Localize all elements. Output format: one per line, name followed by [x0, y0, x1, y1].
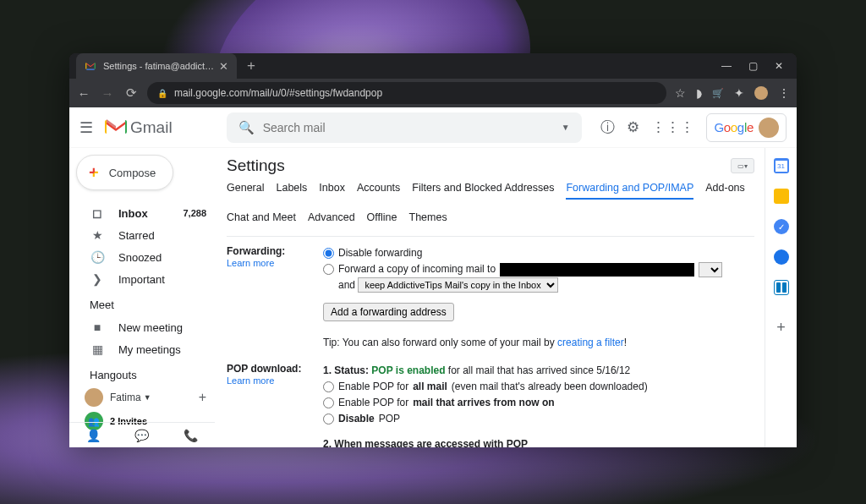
add-forwarding-address-button[interactable]: Add a forwarding address: [323, 303, 454, 321]
tab-general[interactable]: General: [227, 182, 264, 200]
footer-phone-icon[interactable]: 📞: [167, 429, 215, 442]
get-addons-icon[interactable]: +: [776, 319, 786, 337]
chevron-down-icon: ▼: [144, 393, 151, 402]
nav-new-meeting[interactable]: ■New meeting: [76, 316, 215, 338]
bookmark-icon[interactable]: ☆: [675, 86, 686, 100]
inbox-icon: ◻: [90, 206, 105, 220]
forwarding-section: Forwarding: Learn more Disable forwardin…: [227, 245, 754, 351]
extensions-puzzle-icon[interactable]: ✦: [734, 86, 744, 100]
calendar-addon-icon[interactable]: [774, 158, 789, 173]
pop-learn-more[interactable]: Learn more: [227, 375, 274, 386]
tab-title: Settings - fatima@addictivetips.c: [103, 61, 214, 71]
pop-q2: 2. When messages are accessed with POP: [323, 438, 528, 448]
calendar-icon: ▦: [90, 342, 105, 356]
hangouts-username: Fatima: [110, 392, 141, 403]
pop-label: POP download:: [227, 363, 301, 375]
chrome-menu-icon[interactable]: ⋮: [778, 86, 790, 100]
tab-addons[interactable]: Add-ons: [705, 182, 745, 200]
search-options-icon[interactable]: ▼: [562, 123, 570, 132]
tab-forwarding[interactable]: Forwarding and POP/IMAP: [566, 182, 693, 200]
compose-label: Compose: [109, 167, 156, 179]
contacts-addon-icon[interactable]: [774, 249, 789, 265]
sidebar: + Compose ◻Inbox7,288 ★Starred 🕒Snoozed …: [69, 148, 215, 447]
create-filter-link[interactable]: creating a filter: [557, 337, 624, 348]
tab-offline[interactable]: Offline: [367, 211, 397, 227]
back-button[interactable]: ←: [76, 86, 91, 101]
side-panel: +: [765, 148, 797, 447]
forwarding-address-select[interactable]: [699, 262, 722, 277]
nav-starred[interactable]: ★Starred: [76, 224, 215, 246]
tab-close-icon[interactable]: ✕: [219, 60, 228, 73]
nav-my-meetings[interactable]: ▦My meetings: [76, 338, 215, 360]
titlebar: Settings - fatima@addictivetips.c ✕ + — …: [69, 53, 797, 79]
tab-themes[interactable]: Themes: [409, 211, 447, 227]
minimize-button[interactable]: —: [721, 60, 732, 72]
forward-button[interactable]: →: [100, 86, 115, 101]
hangouts-add-icon[interactable]: +: [199, 390, 206, 405]
maximize-button[interactable]: ▢: [748, 60, 758, 72]
gmail-logo[interactable]: Gmail: [105, 118, 173, 137]
support-icon[interactable]: ⓘ: [600, 118, 615, 137]
reload-button[interactable]: ⟳: [123, 85, 139, 101]
toolbar-icons: ☆ ◗ 🛒 ✦ ⋮: [675, 86, 790, 100]
compose-plus-icon: +: [89, 164, 99, 181]
main-menu-icon[interactable]: ☰: [79, 118, 93, 137]
extension-icon-2[interactable]: 🛒: [712, 88, 724, 99]
trello-addon-icon[interactable]: [774, 280, 789, 295]
hangouts-user-row[interactable]: Fatima ▼ +: [76, 386, 215, 408]
footer-contacts-icon[interactable]: 👤: [69, 429, 118, 442]
url-text: mail.google.com/mail/u/0/#settings/fwdan…: [174, 87, 382, 99]
gmail-favicon: [85, 60, 96, 72]
google-wordmark: Google: [714, 120, 754, 134]
search-bar[interactable]: 🔍 ▼: [227, 112, 582, 143]
tab-inbox[interactable]: Inbox: [319, 182, 345, 200]
close-button[interactable]: ✕: [775, 60, 783, 72]
gmail-header: ☰ Gmail 🔍 ▼ ⓘ ⚙ ⋮⋮⋮: [69, 107, 797, 148]
settings-title: Settings: [227, 156, 285, 175]
url-field[interactable]: 🔒 mail.google.com/mail/u/0/#settings/fwd…: [147, 82, 666, 104]
opt-pop-disable[interactable]: Disable POP: [323, 411, 754, 427]
hangouts-avatar: [85, 388, 103, 407]
search-input[interactable]: [263, 121, 562, 134]
forwarding-address-redacted: [500, 263, 694, 277]
google-account-chip[interactable]: Google: [706, 113, 787, 142]
browser-tab[interactable]: Settings - fatima@addictivetips.c ✕: [76, 53, 237, 79]
clock-icon: 🕒: [90, 250, 105, 264]
nav-snoozed[interactable]: 🕒Snoozed: [76, 246, 215, 268]
opt-pop-all[interactable]: Enable POP for all mail (even mail that'…: [323, 379, 754, 395]
gmail-brand-text: Gmail: [130, 118, 173, 137]
tab-accounts[interactable]: Accounts: [357, 182, 400, 200]
tab-filters[interactable]: Filters and Blocked Addresses: [412, 182, 554, 200]
new-tab-button[interactable]: +: [247, 58, 255, 74]
tab-labels[interactable]: Labels: [276, 182, 307, 200]
tasks-addon-icon[interactable]: [774, 219, 789, 234]
opt-pop-now[interactable]: Enable POP for mail that arrives from no…: [323, 395, 754, 411]
profile-avatar-toolbar[interactable]: [754, 86, 768, 100]
lock-icon: 🔒: [157, 89, 167, 98]
hangouts-header: Hangouts: [76, 360, 215, 386]
nav-important[interactable]: ❯Important: [76, 268, 215, 290]
apps-grid-icon[interactable]: ⋮⋮⋮: [651, 118, 694, 136]
window-controls: — ▢ ✕: [721, 60, 797, 72]
settings-main: Settings ▭▾ General Labels Inbox Account…: [215, 148, 765, 447]
compose-button[interactable]: + Compose: [76, 155, 173, 190]
keep-addon-icon[interactable]: [774, 189, 789, 204]
settings-gear-icon[interactable]: ⚙: [627, 118, 639, 136]
extension-icon-1[interactable]: ◗: [696, 86, 702, 100]
input-tool-selector[interactable]: ▭▾: [731, 158, 754, 173]
gmail-page: ☰ Gmail 🔍 ▼ ⓘ ⚙ ⋮⋮⋮: [69, 107, 797, 447]
tab-advanced[interactable]: Advanced: [308, 211, 355, 227]
search-icon: 🔍: [238, 120, 255, 135]
forwarding-keep-select[interactable]: keep AddictiveTips Mail's copy in the In…: [358, 277, 558, 293]
pop-status: POP is enabled: [371, 364, 445, 376]
opt-enable-forwarding[interactable]: Forward a copy of incoming mail to: [323, 261, 754, 277]
pop-section: POP download: Learn more 1. Status: POP …: [227, 363, 754, 447]
star-icon: ★: [90, 228, 105, 242]
tab-chat[interactable]: Chat and Meet: [227, 211, 296, 227]
sidebar-footer: 👤 💬 📞: [69, 422, 215, 447]
forwarding-learn-more[interactable]: Learn more: [227, 258, 274, 268]
footer-hangouts-icon[interactable]: 💬: [118, 429, 166, 442]
opt-disable-forwarding[interactable]: Disable forwarding: [323, 245, 754, 261]
forwarding-label: Forwarding:: [227, 245, 285, 257]
nav-inbox[interactable]: ◻Inbox7,288: [76, 202, 215, 224]
